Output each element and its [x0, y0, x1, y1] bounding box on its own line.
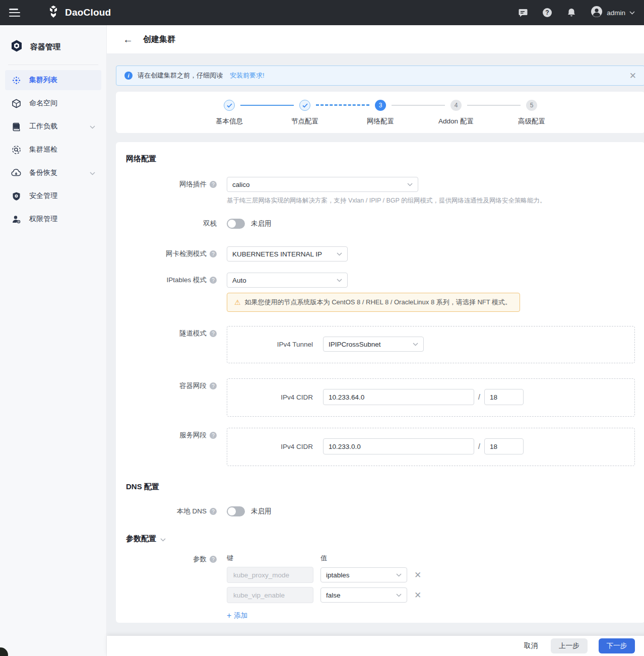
- wizard-footer: 取消 上一步 下一步: [107, 636, 644, 656]
- dual-stack-toggle[interactable]: [227, 219, 245, 229]
- pre-install-requirements-link[interactable]: 安装前要求!: [230, 71, 265, 80]
- pod-cidr-input[interactable]: [323, 389, 474, 405]
- cluster-inspection-icon: [11, 145, 21, 155]
- sidebar-item-label: 备份恢复: [29, 168, 57, 177]
- cidr-slash: /: [478, 393, 480, 401]
- user-menu[interactable]: admin: [591, 6, 635, 20]
- remove-param-icon[interactable]: ✕: [414, 591, 421, 600]
- back-arrow-icon[interactable]: ←: [123, 34, 133, 44]
- help-icon[interactable]: ?: [542, 8, 552, 18]
- chevron-down-icon: [407, 183, 413, 186]
- next-step-button[interactable]: 下一步: [599, 638, 635, 653]
- divider: [8, 64, 98, 65]
- previous-step-button[interactable]: 上一步: [551, 638, 588, 653]
- sidebar-item-cluster-inspection[interactable]: 集群巡检: [5, 140, 101, 160]
- sidebar-item-label: 权限管理: [29, 215, 57, 224]
- chevron-down-icon: [629, 11, 635, 15]
- param-value-select[interactable]: iptables: [320, 567, 407, 582]
- cancel-button[interactable]: 取消: [522, 638, 540, 653]
- iptables-mode-select[interactable]: Auto: [227, 273, 348, 288]
- step-addon-config[interactable]: 4 Addon 配置: [418, 100, 494, 126]
- field-label-params: 参数?: [126, 554, 217, 564]
- param-value-header: 值: [320, 554, 327, 563]
- ipv4-tunnel-select[interactable]: IPIPCrossSubnet: [323, 337, 424, 352]
- security-shield-icon: [11, 191, 21, 201]
- field-label-service-cidr: 服务网段?: [126, 428, 217, 443]
- tunnel-mode-group: IPv4 Tunnel IPIPCrossSubnet: [227, 326, 635, 363]
- close-icon[interactable]: ✕: [629, 72, 636, 80]
- field-label-nic-detection: 网卡检测模式?: [126, 246, 217, 261]
- top-bar: DaoCloud ? admin: [0, 0, 644, 25]
- step-node-config[interactable]: 节点配置: [267, 100, 343, 126]
- step-check-icon: [224, 100, 235, 111]
- pod-cidr-mask-input[interactable]: [484, 389, 524, 405]
- plugin-helper-text: 基于纯三层网络实现的网络解决方案，支持 Vxlan / IPIP / BGP 的…: [227, 196, 635, 205]
- help-tooltip-icon[interactable]: ?: [210, 330, 217, 337]
- cluster-list-icon: [11, 75, 21, 85]
- service-cidr-mask-input[interactable]: [484, 438, 524, 454]
- local-dns-toggle[interactable]: [227, 506, 245, 516]
- sidebar-item-permissions[interactable]: 权限管理: [5, 209, 101, 229]
- remove-param-icon[interactable]: ✕: [414, 571, 421, 579]
- param-row: iptables ✕: [227, 567, 635, 583]
- service-cidr-input[interactable]: [323, 438, 474, 454]
- pod-cidr-group: IPv4 CIDR /: [227, 378, 635, 417]
- help-tooltip-icon[interactable]: ?: [210, 382, 217, 389]
- sidebar-item-label: 安全管理: [29, 191, 57, 201]
- help-tooltip-icon[interactable]: ?: [210, 508, 217, 515]
- field-label-dual-stack: 双栈: [126, 216, 217, 231]
- ipv4-cidr-label: IPv4 CIDR: [227, 443, 313, 450]
- namespace-icon: [11, 98, 21, 108]
- help-tooltip-icon[interactable]: ?: [210, 250, 217, 257]
- page-header: ← 创建集群: [107, 25, 644, 53]
- nic-detection-select[interactable]: KUBERNETES INTERNAL IP: [227, 246, 348, 261]
- wizard-stepper: 基本信息 节点配置 3 网络配置: [191, 100, 569, 126]
- field-label-iptables-mode: IPtables 模式?: [126, 273, 217, 288]
- param-row: false ✕: [227, 587, 635, 603]
- chevron-down-icon: [413, 343, 418, 346]
- param-value-select[interactable]: false: [320, 587, 407, 603]
- section-dns-config: DNS 配置: [126, 482, 635, 492]
- avatar-icon: [591, 6, 603, 20]
- step-basic-info[interactable]: 基本信息: [191, 100, 267, 126]
- svg-text:?: ?: [546, 9, 549, 16]
- section-params-config[interactable]: 参数配置: [126, 534, 635, 544]
- network-plugin-select[interactable]: calico: [227, 177, 418, 192]
- sidebar-item-cluster-list[interactable]: 集群列表: [5, 70, 101, 90]
- username: admin: [607, 9, 625, 17]
- help-tooltip-icon[interactable]: ?: [210, 432, 217, 439]
- field-label-network-plugin: 网络插件?: [126, 177, 217, 192]
- step-advanced-config[interactable]: 5 高级配置: [494, 100, 569, 126]
- service-cidr-group: IPv4 CIDR /: [227, 428, 635, 466]
- help-tooltip-icon[interactable]: ?: [210, 181, 217, 188]
- message-icon[interactable]: [518, 8, 528, 18]
- workload-icon: [11, 121, 21, 132]
- sidebar-item-workload[interactable]: 工作负载: [5, 116, 101, 137]
- info-icon: i: [124, 72, 133, 80]
- field-label-local-dns: 本地 DNS?: [126, 504, 217, 519]
- help-tooltip-icon[interactable]: ?: [210, 277, 217, 284]
- chevron-down-icon: [337, 252, 342, 256]
- step-network-config[interactable]: 3 网络配置: [343, 100, 418, 126]
- chevron-down-icon: [396, 573, 402, 577]
- plus-icon: +: [227, 612, 231, 620]
- section-network-config: 网络配置: [126, 154, 635, 164]
- help-tooltip-icon[interactable]: ?: [210, 556, 217, 563]
- add-param-button[interactable]: + 添加: [227, 611, 247, 620]
- field-label-pod-cidr: 容器网段?: [126, 378, 217, 393]
- chevron-down-icon: [160, 535, 166, 543]
- nft-mode-warning: ⚠ 如果您使用的节点系统版本为 CentOS 8 / RHEL 8 / Orac…: [227, 293, 520, 312]
- chevron-down-icon: [337, 279, 342, 282]
- ipv4-cidr-label: IPv4 CIDR: [227, 393, 313, 401]
- menu-toggle-icon[interactable]: [9, 9, 20, 17]
- notification-bell-icon[interactable]: [566, 8, 576, 18]
- sidebar-item-namespace[interactable]: 命名空间: [5, 93, 101, 113]
- pre-install-alert: i 请在创建集群之前，仔细阅读 安装前要求! ✕: [116, 65, 644, 86]
- sidebar-item-security[interactable]: 安全管理: [5, 186, 101, 206]
- sidebar-item-backup-restore[interactable]: 备份恢复: [5, 163, 101, 183]
- chevron-down-icon: [90, 169, 95, 177]
- chevron-down-icon: [90, 122, 95, 130]
- sidebar-item-label: 集群列表: [29, 76, 57, 85]
- local-dns-status: 未启用: [251, 507, 272, 516]
- sidebar-module-title: 容器管理: [0, 32, 106, 62]
